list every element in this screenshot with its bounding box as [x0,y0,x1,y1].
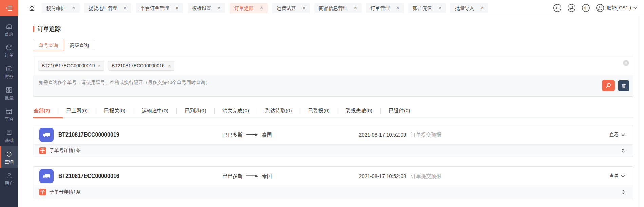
search-hint-row: 如需查询多个单号，请使用逗号、空格或换行隔开（最多支持40个单号同时查询） [33,75,633,96]
sidebar-nav: 首页 订单 ¥ 财务 批量 平台 基础 [0,16,18,207]
close-icon[interactable]: × [218,6,221,10]
chevron-down-icon [621,133,625,136]
status-tab-customs-declared[interactable]: 已报关(0) [96,105,134,117]
sidebar-item-label: 平台 [5,117,14,121]
close-icon[interactable]: × [439,6,442,10]
sidebar-item-orders[interactable]: 订单 [0,40,18,61]
order-number: BT210817ECC00000016 [58,173,119,179]
scrollbar-track[interactable] [639,16,639,207]
console-icon[interactable] [553,4,562,12]
route-arrow-icon [246,133,258,137]
sidebar-item-label: 基础 [5,138,14,143]
topbar: 税号维护× 提货地址管理× 平台订单管理× 模板设置× 订单追踪× 运费试算× … [18,0,644,16]
collapse-menu-button[interactable] [0,0,18,16]
expand-collapse-icon[interactable] [621,189,626,195]
topbar-tab-tax-id-maintenance[interactable]: 税号维护× [42,3,80,13]
user-name: 肥鹤( CS1 ) [607,5,631,11]
expand-collapse-icon[interactable] [621,148,626,153]
sidebar-item-home[interactable]: 首页 [0,18,18,40]
tab-label: 运费试算 [277,6,296,11]
tab-advanced-query[interactable]: 高级查询 [64,40,95,51]
order-card: BT210817ECC00000019 巴巴多斯 泰国 2021-08-17 1… [33,125,633,157]
topbar-tab-order-tracking[interactable]: 订单追踪× [230,3,268,13]
order-main-row: BT210817ECC00000019 巴巴多斯 泰国 2021-08-17 1… [33,125,633,144]
order-status: 订单提交预报 [411,173,441,180]
sub-order-badge: 子 [39,189,46,195]
status-tab-in-transit[interactable]: 运输途中(0) [134,105,176,117]
close-icon[interactable]: × [303,6,305,10]
user-menu[interactable]: 肥鹤( CS1 ) [596,4,637,12]
destination-label: 泰国 [262,132,272,138]
topbar-tab-account-recharge[interactable]: 账户充值× [408,3,446,13]
sub-order-label: 子单号详情1条 [50,148,81,154]
status-tab-delivery-failed[interactable]: 妥投失败(0) [338,105,380,117]
topbar-tab-platform-order-management[interactable]: 平台订单管理× [136,3,183,13]
chevron-down-icon [633,7,637,9]
close-icon[interactable]: × [72,6,75,10]
status-tab-awaiting-pickup[interactable]: 到达待取(0) [257,105,300,117]
sidebar-item-query[interactable]: 查询 [0,146,18,168]
home-icon [5,22,13,30]
main-column: 税号维护× 提货地址管理× 平台订单管理× 模板设置× 订单追踪× 运费试算× … [18,0,644,207]
topbar-tab-pickup-address-management[interactable]: 提货地址管理× [84,3,132,13]
topbar-tab-template-settings[interactable]: 模板设置× [188,3,226,13]
status-filter-tabs: 全部(2) 已上网(0) 已报关(0) 运输途中(0) 已到港(0) 清关完成(… [33,105,633,118]
sidebar-item-basic[interactable]: 基础 [0,125,18,146]
home-button[interactable] [28,5,35,12]
order-route: 巴巴多斯 泰国 [222,132,324,138]
status-tab-customs-cleared[interactable]: 清关完成(0) [214,105,257,117]
collapse-menu-icon [5,4,14,13]
language-icon[interactable]: 中 [582,4,590,12]
view-dropdown[interactable]: 查看 [609,132,625,138]
sidebar-item-finance[interactable]: ¥ 财务 [0,61,18,82]
close-icon[interactable]: × [396,6,399,10]
search-hint-text: 如需查询多个单号，请使用逗号、空格或换行隔开（最多支持40个单号同时查询） [39,75,210,96]
topbar-tab-batch-import[interactable]: 批量导入× [450,3,488,13]
close-icon[interactable]: × [354,6,357,10]
sidebar-item-platform[interactable]: 平台 [0,104,18,125]
status-tab-all[interactable]: 全部(2) [33,105,58,117]
close-icon[interactable]: × [176,6,178,10]
order-subrow: 子 子单号详情1条 [33,144,633,157]
remove-tag-icon[interactable]: × [98,64,101,68]
view-dropdown[interactable]: 查看 [609,173,625,179]
order-number-input[interactable]: BT210817ECC00000019 × BT210817ECC0000001… [33,57,633,75]
order-number: BT210817ECC00000019 [58,132,119,138]
sidebar-item-label: 首页 [5,32,14,36]
storefront-icon [5,108,13,115]
sidebar-item-label: 查询 [5,160,14,164]
view-label: 查看 [609,132,619,138]
sidebar-item-label: 订单 [5,53,14,57]
topbar-tab-product-info-management[interactable]: 商品信息管理× [314,3,362,13]
remove-tag-icon[interactable]: × [168,64,171,68]
topbar-tab-freight-estimate[interactable]: 运费试算× [272,3,310,13]
status-tab-delivered[interactable]: 已妥投(0) [300,105,337,117]
truck-icon [39,128,54,142]
origin-label: 巴巴多斯 [222,173,243,180]
clear-all-icon[interactable]: × [623,60,629,66]
sidebar-item-batch[interactable]: 批量 [0,82,18,104]
status-tab-returned[interactable]: 已退件(0) [380,105,418,117]
tab-label: 账户充值 [413,6,432,11]
order-main-row: BT210817ECC00000016 巴巴多斯 泰国 2021-08-17 1… [33,167,633,186]
close-icon[interactable]: × [481,6,484,10]
topbar-tab-order-management[interactable]: 订单管理× [366,3,404,13]
sidebar-item-users[interactable]: 用户 [0,168,18,189]
close-icon[interactable]: × [260,6,263,10]
search-button[interactable] [602,80,615,91]
delete-button[interactable] [618,80,629,91]
transfer-icon[interactable] [567,4,576,12]
sub-order-label: 子单号详情1条 [50,189,81,195]
tag-text: BT210817ECC00000016 [112,63,164,68]
sidebar-item-label: 财务 [5,74,14,79]
tab-number-query[interactable]: 单号查询 [33,40,64,51]
order-timestamp: 2021-08-17 10:52:08 [359,173,406,179]
status-tab-arrived-port[interactable]: 已到港(0) [176,105,214,117]
route-arrow-icon [246,174,258,178]
order-number-tag: BT210817ECC00000016 × [108,61,174,71]
page-title: 订单追踪 [33,25,633,33]
title-accent-bar [33,26,34,32]
close-icon[interactable]: × [124,6,127,10]
order-route: 巴巴多斯 泰国 [222,173,324,180]
status-tab-uploaded[interactable]: 已上网(0) [58,105,96,117]
